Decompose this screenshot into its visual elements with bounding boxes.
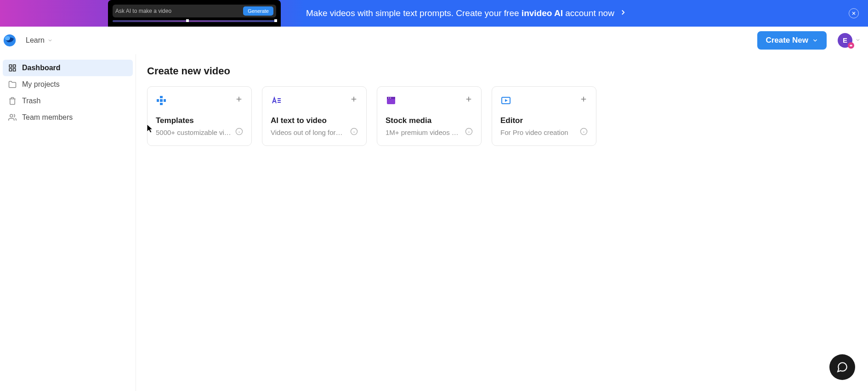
- plus-icon: [465, 95, 473, 105]
- info-icon[interactable]: [580, 128, 588, 137]
- banner-message[interactable]: Make videos with simple text prompts. Cr…: [306, 8, 614, 18]
- svg-rect-12: [160, 96, 163, 98]
- promo-banner: Ask AI to make a video Generate Make vid…: [0, 0, 868, 27]
- promo-input-placeholder: Ask AI to make a video: [115, 8, 243, 14]
- logo-icon[interactable]: [3, 34, 17, 47]
- card-subtitle: 1M+ premium videos and...: [386, 128, 461, 136]
- card-editor[interactable]: Editor For Pro video creation: [492, 86, 596, 146]
- svg-rect-4: [9, 65, 11, 67]
- card-title: Editor: [500, 116, 588, 125]
- svg-rect-5: [13, 65, 16, 67]
- sidebar-item-trash[interactable]: Trash: [3, 93, 133, 109]
- info-icon[interactable]: [465, 128, 473, 137]
- learn-menu[interactable]: Learn: [26, 36, 53, 45]
- card-stock-media[interactable]: Stock media 1M+ premium videos and...: [377, 86, 482, 146]
- svg-rect-6: [13, 69, 16, 71]
- main: Dashboard My projects Trash Team members…: [0, 54, 868, 391]
- editor-icon: [500, 95, 511, 106]
- content: Create new video Templates 5000+ customi…: [136, 54, 868, 391]
- avatar-crown-badge: [848, 42, 854, 49]
- svg-point-8: [10, 114, 13, 117]
- topbar: Learn Create New E: [0, 27, 868, 54]
- templates-icon: [156, 95, 167, 106]
- users-icon: [8, 113, 17, 122]
- generate-button[interactable]: Generate: [243, 6, 273, 16]
- card-title: Stock media: [386, 116, 473, 125]
- svg-point-3: [5, 36, 10, 40]
- promo-preview: Ask AI to make a video Generate: [108, 0, 281, 27]
- learn-label: Learn: [26, 36, 45, 45]
- cards-row: Templates 5000+ customizable vid... AI t…: [147, 86, 857, 146]
- svg-marker-37: [505, 99, 508, 102]
- sidebar-item-label: Trash: [22, 97, 40, 105]
- chevron-right-icon[interactable]: [619, 8, 627, 18]
- card-title: AI text to video: [271, 116, 358, 125]
- svg-point-30: [390, 98, 391, 99]
- promo-input-box: Ask AI to make a video Generate: [113, 5, 276, 17]
- sidebar-item-label: Dashboard: [22, 64, 61, 72]
- plus-icon: [350, 95, 358, 105]
- plus-icon: [235, 95, 243, 105]
- sidebar: Dashboard My projects Trash Team members: [0, 54, 136, 391]
- chevron-down-icon[interactable]: [855, 36, 861, 45]
- grid-icon: [8, 64, 17, 72]
- svg-rect-9: [160, 99, 163, 102]
- ai-text-icon: [271, 95, 282, 106]
- info-icon[interactable]: [350, 128, 358, 137]
- svg-rect-10: [157, 99, 159, 102]
- close-banner-button[interactable]: [849, 8, 859, 18]
- svg-rect-7: [9, 69, 11, 71]
- promo-preview-image: [113, 20, 276, 22]
- card-subtitle: Videos out of long form t...: [271, 128, 346, 136]
- page-title: Create new video: [147, 65, 857, 77]
- trash-icon: [8, 97, 17, 105]
- create-new-button[interactable]: Create New: [757, 31, 827, 50]
- stock-media-icon: [386, 95, 397, 106]
- chevron-down-icon: [47, 38, 53, 43]
- svg-rect-11: [164, 99, 166, 102]
- info-icon[interactable]: [235, 128, 243, 137]
- sidebar-item-dashboard[interactable]: Dashboard: [3, 60, 133, 76]
- card-ai-text-to-video[interactable]: AI text to video Videos out of long form…: [262, 86, 367, 146]
- chat-fab[interactable]: [829, 354, 855, 380]
- sidebar-item-label: Team members: [22, 113, 73, 122]
- chat-icon: [836, 361, 848, 373]
- sidebar-item-team-members[interactable]: Team members: [3, 109, 133, 126]
- svg-point-29: [388, 98, 389, 99]
- chevron-down-icon: [812, 37, 818, 44]
- card-subtitle: 5000+ customizable vid...: [156, 128, 232, 136]
- svg-rect-13: [160, 103, 163, 105]
- sidebar-item-my-projects[interactable]: My projects: [3, 76, 133, 93]
- card-templates[interactable]: Templates 5000+ customizable vid...: [147, 86, 252, 146]
- card-subtitle: For Pro video creation: [500, 128, 568, 136]
- avatar[interactable]: E: [838, 33, 852, 48]
- folder-icon: [8, 80, 17, 89]
- plus-icon: [579, 95, 588, 105]
- sidebar-item-label: My projects: [22, 80, 60, 89]
- card-title: Templates: [156, 116, 243, 125]
